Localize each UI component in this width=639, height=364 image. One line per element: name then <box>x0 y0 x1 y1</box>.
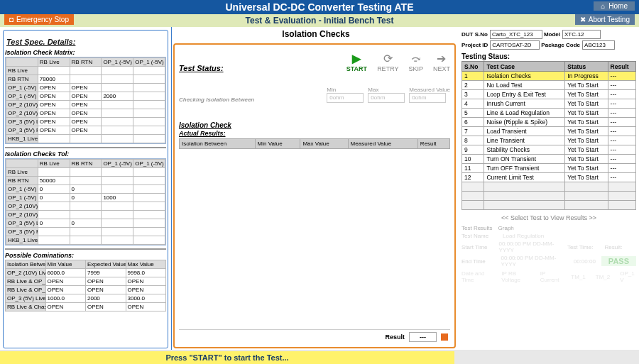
test-row[interactable]: 4Inrush CurrentYet To Start--- <box>462 99 636 109</box>
abort-testing-button[interactable]: ✖ Abort Testing <box>575 14 635 25</box>
page-subtitle: Test & Evaluation - Initial Bench Test <box>246 16 394 26</box>
center-title: Isolation Checks <box>172 27 460 39</box>
testing-status-label: Testing Staus: <box>462 53 636 60</box>
actual-results-header: Actual Results: <box>179 130 450 137</box>
select-test-hint: << Select Test to View Results >> <box>462 214 636 221</box>
tab-graph[interactable]: Graph <box>498 225 514 231</box>
test-row[interactable]: 9Stability ChecksYet To Start--- <box>462 145 636 155</box>
model-input[interactable] <box>562 30 601 39</box>
isolation-tol-table[interactable]: RB LiveRB RTNOP_1 (-5V) LiveOP_1 (-5V) R… <box>6 159 165 245</box>
iso-check-header: Isolation Check <box>179 121 450 129</box>
results-preview-panel: Test Results Graph Test NameLoad Regulat… <box>462 225 636 285</box>
skip-icon: ⤼ <box>411 52 420 65</box>
status-panel: DUT S.No Model Project ID Package Code T… <box>460 27 639 350</box>
titlebar: Universal DC-DC Converter Testing ATE ⌂ … <box>0 0 639 14</box>
abort-label: Abort Testing <box>589 16 630 23</box>
project-id-input[interactable] <box>490 40 540 50</box>
test-status-label: Test Status: <box>179 64 224 72</box>
stop-icon: ◘ <box>9 16 13 23</box>
retry-icon: ⟳ <box>383 52 393 65</box>
test-row[interactable]: 7Load TransientYet To Start--- <box>462 127 636 136</box>
home-label: Home <box>608 2 628 10</box>
tol-title: Isolation Checks Tol: <box>5 150 166 158</box>
test-row[interactable]: 5Line & Load RegulationYet To Start--- <box>462 109 636 118</box>
abort-icon: ✖ <box>580 16 586 23</box>
test-row[interactable]: 11Turn OFF TransientYet To Start--- <box>462 164 636 173</box>
next-icon: ➔ <box>437 52 446 65</box>
start-button[interactable]: ▶ START <box>346 52 367 72</box>
app-title: Universal DC-DC Converter Testing ATE <box>225 1 413 13</box>
result-value: --- <box>409 332 437 342</box>
matrix-title: Isolation Check Matrix: <box>5 49 166 56</box>
subtitle-bar: ◘ Emergency Stop Test & Evaluation - Ini… <box>0 14 639 27</box>
result-label: Result <box>385 333 405 341</box>
actual-results-table[interactable]: Isolation BetweenMin ValueMax ValueMeasu… <box>179 138 450 149</box>
comb-title: Possible Cominations: <box>5 252 166 259</box>
next-button[interactable]: ➔ NEXT <box>433 52 450 72</box>
test-row[interactable]: 10Turn ON TransientYet To Start--- <box>462 155 636 164</box>
pass-badge: PASS <box>601 256 636 266</box>
play-icon: ▶ <box>352 52 361 65</box>
package-code-input[interactable] <box>582 40 615 50</box>
checking-label: Checking Isolation Between <box>179 96 322 103</box>
dut-sno-input[interactable] <box>490 30 542 39</box>
isolation-matrix-table[interactable]: RB LiveRB RTNOP_1 (-5V) LiveOP_1 (-5V) R… <box>6 57 165 143</box>
test-row[interactable]: 8Line TransientYet To Start--- <box>462 136 636 145</box>
home-icon: ⌂ <box>601 2 605 10</box>
combinations-table[interactable]: Isolation BetweenMin ValueExpected Value… <box>5 260 166 311</box>
test-row[interactable]: 6Noise (Ripple & Spike)Yet To Start--- <box>462 118 636 127</box>
spec-panel: Test Spec. Details: Isolation Check Matr… <box>0 27 172 350</box>
test-status-panel: Test Status: ▶ START ⟳ RETRY ⤼ SKIP <box>173 43 456 348</box>
spec-title: Test Spec. Details: <box>6 38 166 46</box>
test-row[interactable]: 1Isolation ChecksIn Progress--- <box>462 72 636 81</box>
emergency-label: Emergency Stop <box>16 16 69 23</box>
test-row[interactable]: 3Loop Entry & Exit TestYet To Start--- <box>462 90 636 99</box>
measured-value-box: 0ohm <box>409 93 446 103</box>
max-value-box: 0ohm <box>368 93 405 103</box>
retry-button[interactable]: ⟳ RETRY <box>377 52 398 72</box>
min-value-box: 0ohm <box>327 93 364 103</box>
tab-test-results[interactable]: Test Results <box>462 225 493 231</box>
test-row[interactable]: 2No Load TestYet To Start--- <box>462 81 636 90</box>
footer-hint: Press "START" to start the Test... <box>0 351 454 364</box>
test-row[interactable]: 12Current Limit TestYet To Start--- <box>462 173 636 182</box>
emergency-stop-button[interactable]: ◘ Emergency Stop <box>4 14 74 25</box>
testing-status-table[interactable]: S.NoTest CaseStatusResult 1Isolation Che… <box>462 61 636 210</box>
skip-button[interactable]: ⤼ SKIP <box>408 52 423 72</box>
status-indicator-icon <box>441 333 448 341</box>
home-button[interactable]: ⌂ Home <box>594 1 635 11</box>
